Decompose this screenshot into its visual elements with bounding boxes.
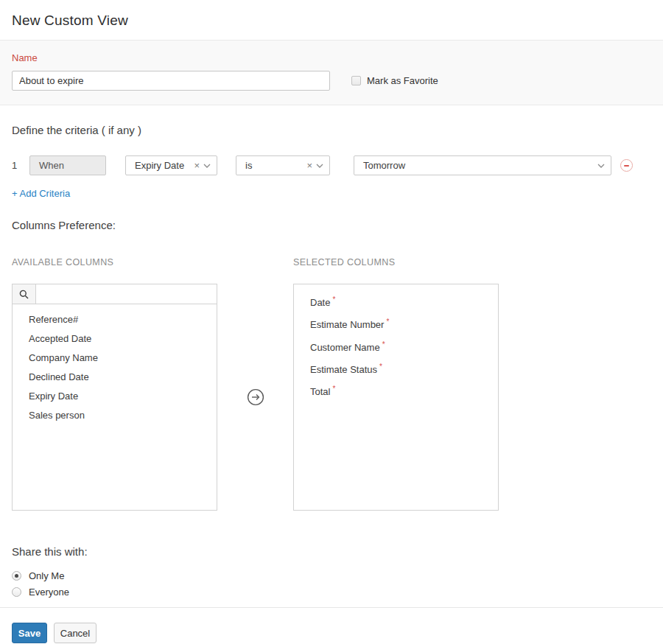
page-title: New Custom View xyxy=(12,13,651,29)
selected-columns-panel: Date* Estimate Number* Customer Name* Es… xyxy=(293,284,499,511)
criteria-value-select[interactable]: Tomorrow xyxy=(354,155,611,175)
criteria-field-select[interactable]: Expiry Date × xyxy=(125,155,217,175)
share-heading: Share this with: xyxy=(12,545,651,558)
clear-comparator-icon[interactable]: × xyxy=(304,161,315,170)
chevron-down-icon xyxy=(202,164,217,168)
available-columns-label: AVAILABLE COLUMNS xyxy=(12,257,293,267)
selected-column-item[interactable]: Estimate Status* xyxy=(294,357,498,379)
available-columns-list: Reference# Accepted Date Company Name De… xyxy=(13,304,217,425)
share-option[interactable]: Everyone xyxy=(12,584,651,600)
cancel-button[interactable]: Cancel xyxy=(54,623,97,643)
move-right-button[interactable] xyxy=(247,388,264,406)
available-columns-panel: Reference# Accepted Date Company Name De… xyxy=(12,284,217,511)
selected-columns-label: SELECTED COLUMNS xyxy=(293,257,395,267)
name-label: Name xyxy=(12,52,651,63)
search-icon xyxy=(13,284,36,304)
footer-divider xyxy=(0,607,663,608)
selected-column-item[interactable]: Date* xyxy=(294,290,498,312)
required-marker: * xyxy=(382,340,385,349)
available-column-item[interactable]: Company Name xyxy=(13,349,217,368)
criteria-heading: Define the criteria ( if any ) xyxy=(12,124,651,136)
radio-icon[interactable] xyxy=(12,587,21,597)
chevron-down-icon xyxy=(315,164,329,168)
available-column-item[interactable]: Reference# xyxy=(13,310,217,329)
required-marker: * xyxy=(332,295,335,304)
required-marker: * xyxy=(379,363,382,371)
required-marker: * xyxy=(332,385,335,393)
remove-criteria-button[interactable] xyxy=(620,159,633,172)
view-name-input[interactable] xyxy=(12,71,330,91)
mark-as-favorite[interactable]: Mark as Favorite xyxy=(351,75,438,86)
chevron-down-icon xyxy=(596,164,611,168)
column-search-input[interactable] xyxy=(36,284,217,304)
required-marker: * xyxy=(386,318,389,326)
share-options: Only Me Everyone xyxy=(12,567,651,600)
favorite-checkbox[interactable] xyxy=(351,76,361,85)
available-column-item[interactable]: Declined Date xyxy=(13,368,217,387)
criteria-row-number: 1 xyxy=(12,160,29,171)
selected-column-item[interactable]: Customer Name* xyxy=(294,335,498,357)
page-header: New Custom View xyxy=(0,0,663,41)
favorite-label: Mark as Favorite xyxy=(367,75,438,86)
criteria-comparator-select[interactable]: is × xyxy=(236,155,330,175)
available-column-item[interactable]: Expiry Date xyxy=(13,387,217,406)
arrow-right-circle-icon xyxy=(247,388,264,406)
selected-column-item[interactable]: Estimate Number* xyxy=(294,312,498,335)
available-column-item[interactable]: Sales person xyxy=(13,406,217,425)
selected-columns-list: Date* Estimate Number* Customer Name* Es… xyxy=(294,284,498,402)
columns-preference-heading: Columns Preference: xyxy=(12,219,651,231)
name-section: Name Mark as Favorite xyxy=(0,41,663,105)
add-criteria-link[interactable]: + Add Criteria xyxy=(12,188,70,199)
clear-field-icon[interactable]: × xyxy=(192,161,202,170)
criteria-row: 1 When Expiry Date × is × Tomorrow xyxy=(12,155,651,175)
available-column-item[interactable]: Accepted Date xyxy=(13,329,217,349)
share-option[interactable]: Only Me xyxy=(12,567,651,584)
radio-icon[interactable] xyxy=(12,571,21,581)
selected-column-item[interactable]: Total* xyxy=(294,379,498,402)
save-button[interactable]: Save xyxy=(12,623,47,643)
when-box: When xyxy=(29,155,106,175)
